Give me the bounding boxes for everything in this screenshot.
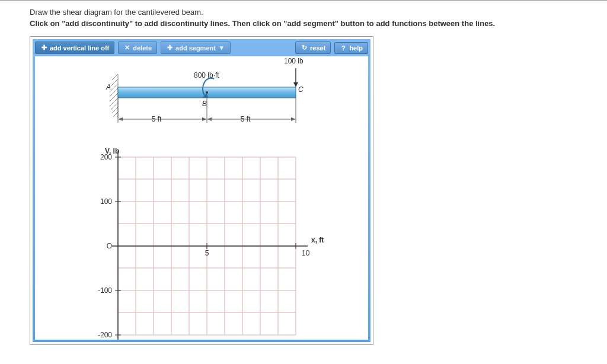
toolbar: ✚ add vertical line off ✕ delete ✚ add s… bbox=[35, 41, 368, 54]
y-tick-n100: -100 bbox=[98, 286, 112, 295]
point-a-label: A bbox=[106, 83, 111, 91]
point-c-label: C bbox=[298, 85, 304, 94]
plus-icon: ✚ bbox=[40, 44, 47, 52]
svg-line-9 bbox=[113, 112, 118, 117]
force-label: 100 lb bbox=[284, 57, 304, 65]
drawing-canvas[interactable]: A B C 100 lb 800 lb·ft bbox=[35, 56, 368, 340]
svg-line-4 bbox=[110, 88, 118, 97]
drawing-widget: ✚ add vertical line off ✕ delete ✚ add s… bbox=[33, 39, 370, 342]
svg-marker-20 bbox=[202, 117, 207, 121]
instruction-line-1: Draw the shear diagram for the cantileve… bbox=[30, 8, 577, 17]
plus-icon: ✚ bbox=[166, 44, 173, 52]
x-axis-label: x, ft bbox=[311, 236, 324, 244]
moment-label: 800 lb·ft bbox=[194, 71, 219, 79]
svg-line-8 bbox=[112, 107, 118, 113]
dim-left-label: 5 ft bbox=[152, 115, 162, 123]
x-tick-10: 10 bbox=[302, 249, 310, 257]
svg-line-6 bbox=[110, 98, 118, 106]
svg-marker-22 bbox=[207, 117, 212, 121]
reset-button[interactable]: ↻ reset bbox=[295, 41, 331, 54]
y-tick-100: 100 bbox=[100, 197, 112, 206]
question-icon: ? bbox=[340, 44, 347, 52]
beam-diagram: A B C 100 lb 800 lb·ft bbox=[106, 57, 304, 123]
close-icon: ✕ bbox=[123, 44, 130, 52]
help-button[interactable]: ? help bbox=[334, 42, 368, 54]
add-segment-button[interactable]: ✚ add segment ▾ bbox=[161, 41, 231, 54]
dim-right-label: 5 ft bbox=[241, 115, 251, 123]
y-tick-n200: -200 bbox=[98, 331, 112, 339]
point-b-label: B bbox=[202, 100, 207, 108]
svg-line-1 bbox=[112, 74, 118, 80]
y-tick-0: O bbox=[107, 242, 112, 250]
instruction-line-2: Click on "add discontinuity" to add disc… bbox=[30, 19, 577, 28]
widget-frame: ✚ add vertical line off ✕ delete ✚ add s… bbox=[30, 36, 373, 345]
svg-line-5 bbox=[110, 93, 118, 101]
svg-marker-23 bbox=[291, 117, 296, 121]
add-segment-label: add segment bbox=[175, 44, 216, 52]
instructions-block: Draw the shear diagram for the cantileve… bbox=[0, 1, 607, 33]
delete-button[interactable]: ✕ delete bbox=[118, 41, 157, 54]
chevron-down-icon: ▾ bbox=[218, 44, 225, 52]
add-vertical-line-off-button[interactable]: ✚ add vertical line off bbox=[35, 41, 114, 54]
x-tick-5: 5 bbox=[205, 249, 209, 257]
reset-label: reset bbox=[310, 44, 325, 52]
delete-label: delete bbox=[133, 44, 152, 52]
y-tick-200: 200 bbox=[100, 153, 112, 161]
svg-line-3 bbox=[110, 84, 118, 92]
add-vertical-line-off-label: add vertical line off bbox=[50, 44, 109, 52]
svg-marker-19 bbox=[118, 117, 123, 121]
shear-chart: V, lb x, ft 200 100 O -100 -200 5 10 bbox=[98, 147, 324, 340]
svg-marker-13 bbox=[293, 82, 298, 87]
help-label: help bbox=[349, 44, 363, 52]
refresh-icon: ↻ bbox=[301, 44, 308, 52]
